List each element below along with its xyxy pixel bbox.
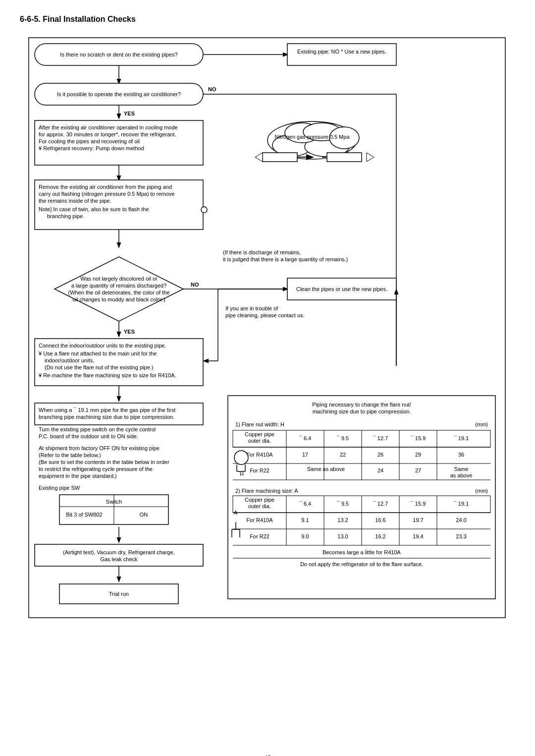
svg-text:branching pipe machining size : branching pipe machining size due to pip… [39, 414, 174, 420]
svg-text:Remove the existing air condit: Remove the existing air conditioner from… [39, 184, 172, 190]
svg-text:Is there no scratch or dent on: Is there no scratch or dent on the exist… [60, 52, 177, 58]
svg-text:A: A [234, 510, 238, 516]
svg-text:1)   Flare nut width: H: 1) Flare nut width: H [235, 421, 284, 427]
svg-text:pipe cleaning, please contact : pipe cleaning, please contact us. [225, 312, 305, 318]
svg-point-123 [234, 451, 248, 465]
svg-text:Piping necessary to change the: Piping necessary to change the flare nut… [312, 402, 411, 407]
svg-rect-84 [35, 544, 203, 566]
svg-text:19.7: 19.7 [413, 517, 423, 523]
svg-text:to restrict the refrigerating : to restrict the refrigerating cycle pres… [39, 466, 153, 472]
svg-text:a large quantity of remains di: a large quantity of remains discharged? [71, 283, 167, 289]
diagram-container: Is there no scratch or dent on the exist… [20, 34, 515, 739]
svg-text:23.3: 23.3 [456, 533, 466, 539]
svg-text:branching pipe.: branching pipe. [47, 213, 84, 219]
svg-text:P.C. board of the outdoor unit: P.C. board of the outdoor unit to ON sid… [39, 433, 138, 439]
svg-text:Existing pipe: NO * Use a new : Existing pipe: NO * Use a new pipes. [297, 49, 386, 55]
svg-text:29: 29 [415, 452, 421, 458]
svg-text:machining size due to pipe com: machining size due to pipe compression. [313, 408, 411, 414]
svg-text:(Be sure to set the contents i: (Be sure to set the contents in the tabl… [39, 459, 169, 465]
svg-text:At shipment from factory OFF  : At shipment from factory OFF ON for exis… [39, 445, 160, 451]
svg-marker-26 [255, 153, 263, 162]
svg-text:¯ 9.5: ¯ 9.5 [336, 501, 349, 507]
svg-text:Gas leak check: Gas leak check [100, 556, 138, 562]
svg-text:Clean the pipes or use the new: Clean the pipes or use the new pipes. [296, 286, 387, 292]
svg-text:19.4: 19.4 [413, 533, 423, 539]
svg-text:For R22: For R22 [250, 467, 269, 473]
page-footer: – 43 – [20, 754, 515, 756]
svg-text:¯ 12.7: ¯ 12.7 [373, 501, 388, 507]
svg-text:17: 17 [302, 452, 308, 458]
svg-text:24.0: 24.0 [456, 517, 466, 523]
svg-text:27: 27 [415, 467, 421, 473]
svg-text:Do not apply the refrigerator : Do not apply the refrigerator oil to the… [300, 561, 423, 567]
svg-text:Copper pipe: Copper pipe [245, 497, 274, 503]
svg-text:for approx. 30 minutes or long: for approx. 30 minutes or longer*, recov… [39, 131, 176, 137]
svg-text:equipment in the pipe standard: equipment in the pipe standard.) [39, 473, 117, 479]
svg-text:¥ Refrigerant recovery: Pump d: ¥ Refrigerant recovery: Pump down method [38, 145, 144, 151]
svg-text:as above: as above [450, 472, 473, 478]
svg-text:13.0: 13.0 [337, 533, 348, 539]
svg-text:13.2: 13.2 [337, 517, 348, 523]
svg-text:For cooling the pipes and reco: For cooling the pipes and recovering of … [39, 138, 140, 144]
svg-text:For R410A: For R410A [246, 517, 273, 523]
svg-text:(Airtight test), Vacuum dry, R: (Airtight test), Vacuum dry, Refrigerant… [63, 549, 175, 555]
svg-text:¯ 6.4: ¯ 6.4 [299, 435, 311, 441]
flowchart-svg: Is there no scratch or dent on the exist… [20, 34, 515, 738]
svg-text:Turn the existing pipe switch : Turn the existing pipe switch on the cyc… [39, 426, 156, 432]
svg-text:¯ 15.9: ¯ 15.9 [410, 435, 426, 441]
svg-text:outer dia.: outer dia. [248, 503, 271, 509]
svg-text:Is it possible to operate the : Is it possible to operate the existing a… [57, 91, 181, 97]
svg-text:(Do not use the flare nut of t: (Do not use the flare nut of the existin… [45, 364, 154, 370]
svg-text:Connect the indoor/outdoor uni: Connect the indoor/outdoor units to the … [39, 343, 166, 349]
svg-text:24: 24 [377, 467, 383, 473]
svg-text:¥ Use a flare nut attached to : ¥ Use a flare nut attached to the main u… [38, 350, 157, 356]
svg-text:Becomes large a little for R41: Becomes large a little for R410A [322, 549, 401, 555]
svg-text:2)   Flare machining size: A: 2) Flare machining size: A [235, 488, 298, 494]
svg-text:Nitrogen gas pressure 0.5 Mpa: Nitrogen gas pressure 0.5 Mpa [274, 134, 350, 140]
svg-text:When using a ¯ 19.1 mm pipe fo: When using a ¯ 19.1 mm pipe for the gas … [39, 407, 175, 413]
section-title: 6-6-5. Final Installation Checks [20, 15, 515, 24]
svg-text:After the existing air conditi: After the existing air conditioner opera… [39, 124, 178, 130]
svg-text:22: 22 [340, 452, 346, 458]
svg-text:YES: YES [124, 329, 135, 335]
svg-text:¥ Re-machine the flare machini: ¥ Re-machine the flare machining size to… [38, 372, 176, 378]
svg-text:outer dia.: outer dia. [248, 438, 271, 444]
svg-text:indoor/outdoor units.: indoor/outdoor units. [45, 357, 94, 363]
svg-text:For R410A: For R410A [246, 452, 273, 458]
svg-text:Trial run: Trial run [109, 591, 129, 597]
svg-text:(If there is discharge of rema: (If there is discharge of remains, [223, 249, 301, 255]
svg-text:(mm): (mm) [475, 421, 488, 427]
svg-text:¯ 9.5: ¯ 9.5 [336, 435, 349, 441]
svg-text:H: H [240, 471, 244, 477]
svg-marker-29 [367, 153, 374, 162]
svg-text:NO: NO [191, 282, 199, 288]
svg-text:36: 36 [458, 452, 464, 458]
svg-text:Same as above: Same as above [307, 466, 345, 472]
svg-rect-28 [327, 153, 362, 162]
svg-text:16.6: 16.6 [375, 517, 385, 523]
svg-text:¯ 19.1: ¯ 19.1 [453, 501, 469, 507]
svg-text:NO: NO [208, 86, 216, 92]
svg-text:(When the oil deteriorates, th: (When the oil deteriorates, the color of… [68, 290, 170, 295]
svg-rect-3 [287, 44, 396, 65]
svg-point-38 [201, 207, 207, 213]
svg-text:ON: ON [140, 512, 148, 518]
svg-text:26: 26 [377, 452, 383, 458]
svg-text:Bit 3 of SW802: Bit 3 of SW802 [66, 512, 102, 518]
svg-text:Copper pipe: Copper pipe [245, 431, 274, 437]
svg-marker-42 [54, 257, 183, 321]
svg-text:16.2: 16.2 [375, 533, 385, 539]
svg-text:it is judged that there is a l: it is judged that there is a large quant… [223, 256, 348, 262]
svg-text:carry out flashing (nitrogen p: carry out flashing (nitrogen pressure 0.… [39, 191, 175, 197]
svg-text:the remains inside of the pipe: the remains inside of the pipe. [39, 198, 111, 204]
svg-text:oil changes to muddy and black: oil changes to muddy and black color.) [72, 296, 165, 302]
svg-text:(mm): (mm) [475, 488, 488, 494]
svg-text:YES: YES [124, 111, 135, 116]
svg-text:¯ 6.4: ¯ 6.4 [299, 501, 311, 507]
svg-text:9.1: 9.1 [301, 517, 309, 523]
svg-text:Same: Same [454, 466, 469, 472]
svg-text:(Refer to the table below.): (Refer to the table below.) [39, 452, 101, 458]
svg-text:Existing pipe SW: Existing pipe SW [39, 485, 80, 491]
svg-text:9.0: 9.0 [301, 533, 309, 539]
svg-text:¯ 19.1: ¯ 19.1 [453, 435, 469, 441]
